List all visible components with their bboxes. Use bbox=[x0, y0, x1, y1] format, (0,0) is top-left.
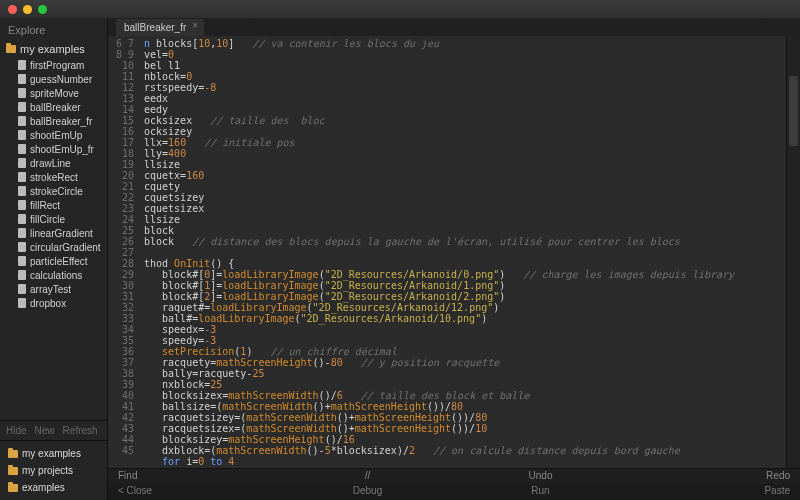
file-label: arrayTest bbox=[30, 284, 71, 295]
tab-bar: ballBreaker_fr × bbox=[108, 18, 800, 36]
file-drawLine[interactable]: drawLine bbox=[0, 156, 107, 170]
sidebar-header: Explore bbox=[0, 18, 107, 40]
file-icon bbox=[18, 74, 26, 84]
file-label: fillRect bbox=[30, 200, 60, 211]
footer-close[interactable]: < Close bbox=[108, 484, 281, 500]
file-ballBreaker[interactable]: ballBreaker bbox=[0, 100, 107, 114]
file-dropbox[interactable]: dropbox bbox=[0, 296, 107, 310]
file-label: spriteMove bbox=[30, 88, 79, 99]
folder-icon bbox=[8, 450, 18, 458]
file-label: particleEffect bbox=[30, 256, 88, 267]
status-redo[interactable]: Redo bbox=[627, 469, 800, 484]
file-icon bbox=[18, 214, 26, 224]
file-fillCircle[interactable]: fillCircle bbox=[0, 212, 107, 226]
file-label: strokeCircle bbox=[30, 186, 83, 197]
file-fillRect[interactable]: fillRect bbox=[0, 198, 107, 212]
file-firstProgram[interactable]: firstProgram bbox=[0, 58, 107, 72]
file-label: strokeRect bbox=[30, 172, 78, 183]
file-strokeRect[interactable]: strokeRect bbox=[0, 170, 107, 184]
file-icon bbox=[18, 60, 26, 70]
file-linearGradient[interactable]: linearGradient bbox=[0, 226, 107, 240]
file-icon bbox=[18, 144, 26, 154]
code-content[interactable]: n blocks[10,10] // va contenir les blocs… bbox=[140, 36, 786, 468]
folder-icon bbox=[6, 45, 16, 53]
file-icon bbox=[18, 228, 26, 238]
folder-icon bbox=[8, 484, 18, 492]
editor-area: ballBreaker_fr × 6 7 8 9 10 11 12 13 14 … bbox=[108, 18, 800, 500]
file-strokeCircle[interactable]: strokeCircle bbox=[0, 184, 107, 198]
file-label: dropbox bbox=[30, 298, 66, 309]
file-guessNumber[interactable]: guessNumber bbox=[0, 72, 107, 86]
action-hide[interactable]: Hide bbox=[6, 425, 27, 436]
file-label: ballBreaker_fr bbox=[30, 116, 92, 127]
file-icon bbox=[18, 158, 26, 168]
file-circularGradient[interactable]: circularGradient bbox=[0, 240, 107, 254]
folder-my-projects[interactable]: my projects bbox=[0, 462, 107, 479]
titlebar bbox=[0, 0, 800, 18]
file-icon bbox=[18, 130, 26, 140]
folder-shortcuts: my examplesmy projectsexamples bbox=[0, 441, 107, 500]
file-label: shootEmUp bbox=[30, 130, 82, 141]
file-icon bbox=[18, 284, 26, 294]
sidebar-actions: Hide New Refresh bbox=[0, 420, 107, 441]
file-label: calculations bbox=[30, 270, 82, 281]
file-tree: my examples firstProgramguessNumbersprit… bbox=[0, 40, 107, 420]
status-find[interactable]: Find bbox=[108, 469, 281, 484]
window-controls bbox=[8, 5, 47, 14]
folder-examples[interactable]: examples bbox=[0, 479, 107, 496]
folder-label: examples bbox=[22, 482, 65, 493]
file-shootEmUp_fr[interactable]: shootEmUp_fr bbox=[0, 142, 107, 156]
folder-icon bbox=[8, 467, 18, 475]
file-icon bbox=[18, 172, 26, 182]
action-refresh[interactable]: Refresh bbox=[63, 425, 98, 436]
file-shootEmUp[interactable]: shootEmUp bbox=[0, 128, 107, 142]
file-label: ballBreaker bbox=[30, 102, 81, 113]
status-undo[interactable]: Undo bbox=[454, 469, 627, 484]
footer-debug[interactable]: Debug bbox=[281, 484, 454, 500]
folder-root[interactable]: my examples bbox=[0, 40, 107, 58]
file-icon bbox=[18, 200, 26, 210]
file-label: shootEmUp_fr bbox=[30, 144, 94, 155]
file-particleEffect[interactable]: particleEffect bbox=[0, 254, 107, 268]
minimize-icon[interactable] bbox=[23, 5, 32, 14]
file-icon bbox=[18, 270, 26, 280]
tab-ballbreaker-fr[interactable]: ballBreaker_fr × bbox=[116, 19, 204, 36]
file-label: fillCircle bbox=[30, 214, 65, 225]
tab-label: ballBreaker_fr bbox=[124, 22, 186, 33]
file-ballBreaker_fr[interactable]: ballBreaker_fr bbox=[0, 114, 107, 128]
file-label: circularGradient bbox=[30, 242, 101, 253]
close-icon[interactable]: × bbox=[190, 21, 200, 31]
zoom-icon[interactable] bbox=[38, 5, 47, 14]
folder-label: my examples bbox=[20, 43, 85, 55]
close-icon[interactable] bbox=[8, 5, 17, 14]
file-icon bbox=[18, 102, 26, 112]
status-comment[interactable]: // bbox=[281, 469, 454, 484]
folder-label: my examples bbox=[22, 448, 81, 459]
file-calculations[interactable]: calculations bbox=[0, 268, 107, 282]
minimap[interactable] bbox=[786, 36, 800, 468]
action-new[interactable]: New bbox=[35, 425, 55, 436]
folder-my-examples[interactable]: my examples bbox=[0, 445, 107, 462]
file-spriteMove[interactable]: spriteMove bbox=[0, 86, 107, 100]
file-label: guessNumber bbox=[30, 74, 92, 85]
file-icon bbox=[18, 256, 26, 266]
folder-label: my projects bbox=[22, 465, 73, 476]
file-icon bbox=[18, 242, 26, 252]
file-icon bbox=[18, 186, 26, 196]
file-arrayTest[interactable]: arrayTest bbox=[0, 282, 107, 296]
file-icon bbox=[18, 116, 26, 126]
file-icon bbox=[18, 88, 26, 98]
status-bar: Find // Undo Redo bbox=[108, 468, 800, 484]
footer-bar: < Close Debug Run Paste bbox=[108, 484, 800, 500]
line-gutter: 6 7 8 9 10 11 12 13 14 15 16 17 18 19 20… bbox=[108, 36, 140, 468]
sidebar: Explore my examples firstProgramguessNum… bbox=[0, 18, 108, 500]
file-label: drawLine bbox=[30, 158, 71, 169]
footer-paste[interactable]: Paste bbox=[627, 484, 800, 500]
file-label: linearGradient bbox=[30, 228, 93, 239]
file-label: firstProgram bbox=[30, 60, 84, 71]
minimap-thumb[interactable] bbox=[789, 76, 798, 146]
file-icon bbox=[18, 298, 26, 308]
footer-run[interactable]: Run bbox=[454, 484, 627, 500]
code-editor[interactable]: 6 7 8 9 10 11 12 13 14 15 16 17 18 19 20… bbox=[108, 36, 800, 468]
